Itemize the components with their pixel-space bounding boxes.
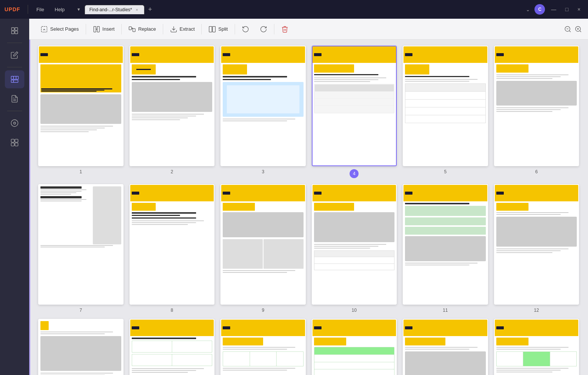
page-thumb-2[interactable]	[130, 46, 215, 166]
main-layout: Select Pages Insert Replace	[0, 19, 588, 375]
page-thumb-15[interactable]	[220, 319, 306, 375]
page-num-10: 10	[352, 308, 357, 313]
page-thumb-14[interactable]	[130, 319, 215, 375]
page-num-8: 8	[171, 308, 173, 313]
zoom-in-icon[interactable]	[575, 25, 582, 33]
toolbar-sep-1	[86, 24, 86, 34]
tab-close-button[interactable]: ×	[134, 7, 140, 12]
rotate-right-button[interactable]	[255, 23, 272, 35]
svg-line-31	[580, 30, 581, 32]
replace-button[interactable]: Replace	[123, 23, 161, 35]
page-thumb-13[interactable]	[38, 319, 124, 375]
svg-rect-18	[97, 26, 99, 32]
page-item-10[interactable]: 10	[312, 184, 397, 313]
page-item-2[interactable]: 2	[130, 46, 215, 178]
page-num-2: 2	[171, 169, 173, 174]
sidebar-item-organize[interactable]	[5, 70, 24, 88]
close-button[interactable]: ×	[575, 5, 584, 14]
page-num-6: 6	[535, 169, 538, 174]
page-item-7[interactable]: 7	[38, 184, 124, 313]
svg-rect-5	[13, 76, 16, 79]
page-item-11[interactable]: 11	[403, 184, 488, 313]
titlebar-dropdown-button[interactable]: ⌄	[524, 5, 531, 14]
select-pages-button[interactable]: Select Pages	[35, 23, 84, 35]
page-thumb-8[interactable]	[130, 184, 215, 305]
page-thumb-11[interactable]	[403, 184, 488, 305]
tab-current[interactable]: Find-and-...r-Studies* ×	[85, 5, 144, 14]
page-item-6[interactable]: 6	[494, 46, 579, 178]
sidebar	[0, 19, 29, 375]
menu-file[interactable]: File	[33, 5, 48, 14]
minimize-button[interactable]: —	[548, 5, 559, 14]
maximize-button[interactable]: □	[562, 5, 571, 14]
page-num-9: 9	[262, 308, 264, 313]
page-thumb-17[interactable]	[403, 319, 488, 375]
svg-line-28	[569, 30, 571, 32]
zoom-out-icon[interactable]	[564, 25, 572, 33]
sidebar-item-edit[interactable]	[5, 46, 24, 64]
page-thumb-12[interactable]	[494, 184, 579, 305]
sidebar-item-pages[interactable]	[5, 90, 24, 108]
rotate-left-button[interactable]	[237, 23, 255, 35]
replace-label: Replace	[138, 26, 156, 32]
page-num-3: 3	[262, 169, 264, 174]
tab-area: ▼ Find-and-...r-Studies* × +	[74, 5, 522, 14]
page-item-14[interactable]: 14	[130, 319, 215, 375]
page-item-1[interactable]: 1	[38, 46, 124, 178]
page-item-13[interactable]: 13	[38, 319, 124, 375]
page-item-15[interactable]: 15	[220, 319, 306, 375]
svg-rect-8	[13, 80, 18, 82]
split-label: Split	[218, 26, 228, 32]
page-num-5: 5	[444, 169, 447, 174]
toolbar: Select Pages Insert Replace	[29, 19, 588, 40]
extract-button[interactable]: Extract	[165, 23, 200, 35]
pages-container[interactable]: 1	[29, 40, 588, 375]
svg-rect-25	[213, 26, 216, 32]
page-thumb-7[interactable]	[38, 184, 124, 305]
page-item-4[interactable]: 4	[312, 46, 397, 178]
tab-add-button[interactable]: +	[146, 6, 155, 13]
extract-label: Extract	[180, 26, 195, 32]
page-item-17[interactable]: 17	[403, 319, 488, 375]
delete-button[interactable]	[276, 23, 294, 35]
sidebar-item-thumbnails[interactable]	[5, 22, 24, 40]
menu-help[interactable]: Help	[51, 5, 68, 14]
tab-dropdown-icon[interactable]: ▼	[74, 6, 83, 12]
page-num-11: 11	[443, 308, 448, 313]
page-thumb-1[interactable]	[38, 46, 124, 166]
svg-rect-13	[15, 139, 18, 142]
tab-label: Find-and-...r-Studies*	[89, 7, 132, 12]
sidebar-item-more1[interactable]	[5, 114, 24, 132]
page-thumb-9[interactable]	[220, 184, 306, 305]
page-item-16[interactable]: 16	[312, 319, 397, 375]
page-item-12[interactable]: 12	[494, 184, 579, 313]
svg-rect-15	[15, 143, 18, 146]
page-thumb-18[interactable]	[494, 319, 579, 375]
svg-rect-6	[16, 76, 18, 79]
page-thumb-6[interactable]	[494, 46, 579, 166]
svg-rect-21	[129, 27, 132, 30]
page-item-5[interactable]: 5	[403, 46, 488, 178]
page-item-9[interactable]: 9	[220, 184, 306, 313]
page-thumb-4[interactable]	[312, 46, 397, 166]
svg-rect-0	[12, 28, 14, 30]
insert-button[interactable]: Insert	[88, 23, 120, 35]
svg-rect-7	[11, 80, 13, 82]
svg-rect-22	[133, 28, 135, 31]
page-thumb-10[interactable]	[312, 184, 397, 305]
page-thumb-16[interactable]	[312, 319, 397, 375]
page-item-18[interactable]: 18	[494, 319, 579, 375]
page-thumb-5[interactable]	[403, 46, 488, 166]
page-item-3[interactable]: 3	[220, 46, 306, 178]
sidebar-separator-2	[7, 67, 22, 67]
svg-rect-17	[94, 26, 96, 32]
split-button[interactable]: Split	[203, 23, 233, 35]
titlebar-controls: ⌄ C — □ ×	[524, 4, 584, 15]
page-num-1: 1	[79, 169, 82, 174]
titlebar-divider	[28, 5, 28, 14]
content-area: Select Pages Insert Replace	[29, 19, 588, 375]
user-avatar[interactable]: C	[534, 4, 545, 15]
page-item-8[interactable]: 8	[130, 184, 215, 313]
sidebar-item-more2[interactable]	[5, 134, 24, 152]
page-thumb-3[interactable]	[220, 46, 306, 166]
